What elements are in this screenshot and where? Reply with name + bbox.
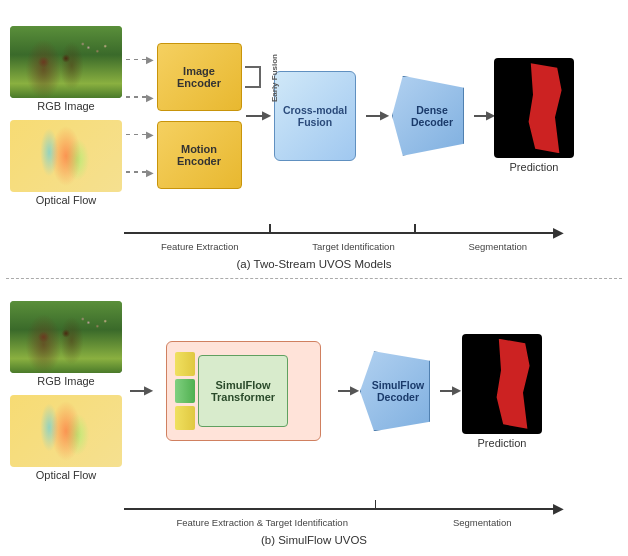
rgb-input-item: RGB Image (6, 26, 126, 112)
rgb-label-bottom: RGB Image (37, 375, 94, 387)
prediction-image-top (494, 58, 574, 158)
timeline-label-bottom-1: Feature Extraction & Target Identificati… (176, 517, 347, 528)
prediction-col-bottom: Prediction (462, 334, 542, 449)
rgb-image-bottom (10, 301, 122, 373)
t-bar-3 (175, 406, 195, 430)
bottom-timeline: ▶ Feature Extraction & Target Identifica… (6, 500, 622, 528)
top-arrow-3: ▶ (126, 129, 154, 140)
t-bar-1 (175, 352, 195, 376)
prediction-image-bottom (462, 334, 542, 434)
timeline-label-1: Feature Extraction (161, 241, 239, 252)
top-diagram: RGB Image Optical Flow ▶ ▶ (6, 8, 622, 220)
arrow-head-sfd: ▶ (350, 383, 359, 397)
dashed-line-3 (126, 134, 146, 136)
image-encoder-label: Image Encoder (177, 65, 221, 89)
tick1-top (269, 224, 271, 234)
image-encoder-box: Image Encoder Early Fusion (157, 43, 242, 111)
arrow-to-transformer: ▶ (130, 390, 146, 392)
top-timeline: ▶ Feature Extraction Target Identificati… (6, 224, 622, 252)
arrow-head-decoder: ▶ (380, 108, 389, 122)
rgb-label-top: RGB Image (37, 100, 94, 112)
bottom-caption: (b) SimulFlow UVOS (6, 531, 622, 548)
bottom-input-col: RGB Image Optical Flow (6, 301, 126, 481)
fusion-col: Cross-modal Fusion (270, 71, 360, 161)
arrow-head-pred-bottom: ▶ (452, 383, 461, 397)
optical-flow-input-item-bottom: Optical Flow (6, 395, 126, 481)
dashed-line-4 (126, 171, 146, 173)
top-input-col: RGB Image Optical Flow (6, 26, 126, 206)
prediction-col-top: Prediction (494, 58, 574, 173)
timeline-line-bottom (124, 508, 554, 510)
cross-modal-fusion-box: Cross-modal Fusion (274, 71, 356, 161)
cross-modal-label: Cross-modal Fusion (283, 104, 347, 128)
transformer-label: SimulFlow Transformer (211, 379, 275, 403)
arrow-head-4: ▶ (146, 167, 154, 178)
arrow-head-3: ▶ (146, 129, 154, 140)
arrow-head-transformer: ▶ (144, 383, 153, 397)
encoders-col: Image Encoder Early Fusion Motion Encode… (154, 43, 244, 189)
prediction-label-top: Prediction (510, 161, 559, 173)
top-section: RGB Image Optical Flow ▶ ▶ (6, 8, 622, 279)
transformer-box-wrapper: SimulFlow Transformer (158, 336, 328, 446)
early-fusion-label: Early Fusion (270, 8, 279, 148)
timeline-label-2: Target Identification (312, 241, 394, 252)
optical-flow-image-bottom (10, 395, 122, 467)
arrow-to-prediction: ▶ (474, 115, 488, 117)
decoder-label: SimulFlow Decoder (366, 379, 425, 403)
transformer-bars (175, 352, 195, 430)
rgb-image-top (10, 26, 122, 98)
timeline-line-top (124, 232, 554, 234)
dense-decoder-col: Dense Decoder (388, 76, 468, 156)
arrow-head-2: ▶ (146, 92, 154, 103)
bottom-diagram: RGB Image Optical Flow ▶ (6, 285, 622, 497)
top-timeline-labels: Feature Extraction Target Identification… (124, 241, 564, 252)
dashed-arrows-top: ▶ ▶ ▶ ▶ (126, 41, 154, 191)
motion-encoder-label: Motion Encoder (177, 143, 221, 167)
transformer-inner-box: SimulFlow Transformer (198, 355, 288, 427)
tick2-top (414, 224, 416, 234)
arrow-head-1: ▶ (146, 54, 154, 65)
top-caption: (a) Two-Stream UVOS Models (6, 255, 622, 272)
timeline-label-3: Segmentation (468, 241, 527, 252)
timeline-label-bottom-2: Segmentation (453, 517, 512, 528)
bottom-section: RGB Image Optical Flow ▶ (6, 279, 622, 549)
arrow-to-decoder: ▶ (366, 115, 382, 117)
early-fusion-bracket (245, 66, 261, 88)
timeline-arrowhead-top: ▶ (553, 224, 564, 240)
timeline-arrowhead-bottom: ▶ (553, 500, 564, 516)
t-bar-2 (175, 379, 195, 403)
arrow-to-prediction-bottom: ▶ (440, 390, 454, 392)
optical-flow-label-top: Optical Flow (36, 194, 97, 206)
top-arrow-4: ▶ (126, 167, 154, 178)
top-arrow-line: ▶ (124, 224, 564, 240)
arrow-to-sfdecoder: ▶ (338, 390, 352, 392)
diagram-container: RGB Image Optical Flow ▶ ▶ (0, 0, 628, 556)
dashed-line-2 (126, 96, 146, 98)
rgb-input-item-bottom: RGB Image (6, 301, 126, 387)
optical-flow-image-top (10, 120, 122, 192)
simulflow-decoder-box: SimulFlow Decoder (360, 351, 430, 431)
optical-flow-input-item-top: Optical Flow (6, 120, 126, 206)
top-arrow-1: ▶ (126, 54, 154, 65)
arrow-to-fusion: ▶ (246, 115, 264, 117)
dense-decoder-label: Dense Decoder (403, 104, 453, 128)
prediction-label-bottom: Prediction (478, 437, 527, 449)
tick1-bottom (375, 500, 377, 510)
top-arrow-2: ▶ (126, 92, 154, 103)
bottom-arrow-line: ▶ (124, 500, 564, 516)
motion-encoder-box: Motion Encoder (157, 121, 242, 189)
transformer-outer: SimulFlow Transformer (166, 341, 321, 441)
dense-decoder-box: Dense Decoder (392, 76, 464, 156)
arrow-head-fusion: ▶ (262, 108, 271, 122)
bottom-timeline-labels: Feature Extraction & Target Identificati… (124, 517, 564, 528)
optical-flow-label-bottom: Optical Flow (36, 469, 97, 481)
dashed-line-1 (126, 59, 146, 61)
